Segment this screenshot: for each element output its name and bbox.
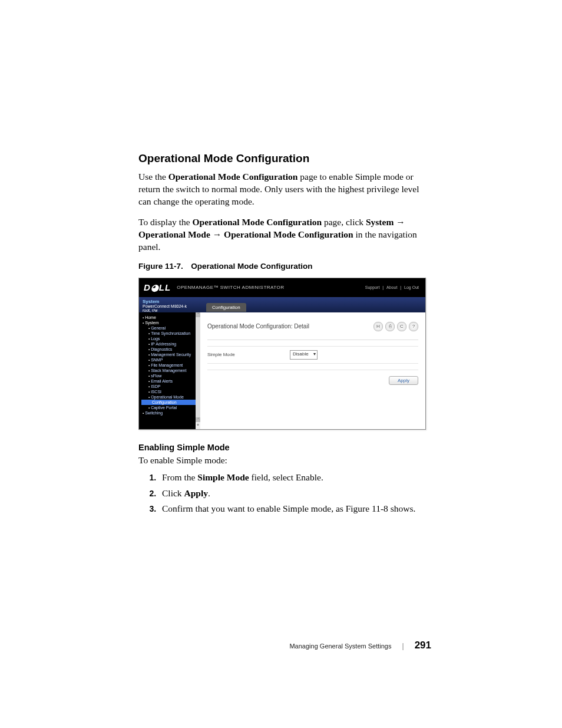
text: To display the	[138, 217, 192, 227]
logout-link[interactable]: Log Out	[404, 285, 419, 289]
figure-screenshot: D◕LL OPENMANAGE™ SWITCH ADMINISTRATOR Su…	[138, 278, 426, 430]
nav-home[interactable]: Home	[141, 315, 200, 320]
step-3: Confirm that you want to enable Simple m…	[158, 501, 430, 516]
page-footer: Managing General System Settings | 291	[289, 640, 431, 651]
simple-mode-label: Simple Mode	[207, 352, 254, 357]
dell-logo: D◕LL	[144, 282, 171, 293]
scroll-horizontal[interactable]: › ‹	[196, 422, 200, 429]
text: Use the	[138, 172, 168, 182]
simple-mode-select[interactable]: Disable	[290, 350, 318, 360]
nav-item[interactable]: SNMP	[141, 357, 200, 363]
nav-item[interactable]: IP Addressing	[141, 341, 200, 347]
print-icon[interactable]: ⎙	[385, 322, 395, 331]
context-bar: System PowerConnect M8024-k root, r/w Co…	[139, 297, 425, 312]
bold-term: Apply	[184, 488, 208, 498]
intro-line: To enable Simple mode:	[138, 454, 430, 467]
nav-item[interactable]: Captive Portal	[141, 405, 200, 410]
nav-item-configuration-selected[interactable]: Configuration	[141, 400, 200, 405]
steps-list: From the Simple Mode field, select Enabl…	[138, 470, 430, 516]
app-header: D◕LL OPENMANAGE™ SWITCH ADMINISTRATOR Su…	[139, 278, 425, 297]
bold-term: Operational Mode Configuration	[168, 172, 298, 182]
header-links: Support | About | Log Out	[363, 285, 421, 289]
nav-scrollbar[interactable]: ˄ ˅ › ‹	[196, 312, 200, 429]
nav-item[interactable]: File Management	[141, 363, 200, 368]
refresh-icon[interactable]: C	[397, 322, 406, 331]
help-icon[interactable]: ?	[409, 322, 418, 331]
nav-item[interactable]: sFlow	[141, 373, 200, 378]
context-system: System	[143, 299, 197, 304]
page-number: 291	[415, 640, 431, 651]
paragraph-2: To display the Operational Mode Configur…	[138, 216, 430, 253]
nav-item[interactable]: Logs	[141, 336, 200, 341]
text: field, select Enable.	[249, 472, 323, 482]
nav-item[interactable]: Diagnostics	[141, 347, 200, 352]
scroll-up-icon[interactable]: ˄	[196, 312, 200, 317]
nav-item[interactable]: Stack Management	[141, 368, 200, 373]
about-link[interactable]: About	[386, 285, 397, 289]
text: From the	[162, 472, 197, 482]
nav-path-system: System	[366, 217, 394, 227]
save-icon[interactable]: H	[373, 322, 383, 331]
nav-item[interactable]: iSCSI	[141, 389, 200, 394]
paragraph-1: Use the Operational Mode Configuration p…	[138, 171, 430, 208]
figure-caption: Figure 11-7. Operational Mode Configurat…	[138, 262, 430, 271]
nav-item[interactable]: Management Security	[141, 352, 200, 357]
nav-path-opmodeconf: Operational Mode Configuration	[224, 229, 353, 239]
nav-tree[interactable]: Home System General Time Synchronization…	[139, 312, 200, 429]
footer-title: Managing General System Settings	[289, 643, 391, 650]
text: Click	[162, 488, 184, 498]
nav-item-opmode[interactable]: Operational Mode	[141, 394, 200, 400]
section-heading: Operational Mode Configuration	[138, 152, 430, 165]
text: .	[208, 488, 210, 498]
nav-item[interactable]: ISDP	[141, 384, 200, 389]
nav-item[interactable]: Switching	[141, 410, 200, 416]
tab-configuration[interactable]: Configuration	[206, 303, 246, 312]
step-2: Click Apply.	[158, 486, 430, 501]
scroll-down-icon[interactable]: ˅	[196, 417, 200, 422]
apply-button[interactable]: Apply	[389, 376, 418, 385]
app-subtitle: OPENMANAGE™ SWITCH ADMINISTRATOR	[177, 285, 284, 290]
support-link[interactable]: Support	[365, 285, 380, 289]
arrow: →	[210, 229, 224, 239]
nav-system[interactable]: System	[141, 320, 200, 325]
nav-item[interactable]: General	[141, 325, 200, 331]
text: page, click	[322, 217, 366, 227]
bold-term: Operational Mode Configuration	[192, 217, 322, 227]
panel-title: Operational Mode Configuration: Detail	[207, 323, 309, 330]
bold-term: Simple Mode	[197, 472, 249, 482]
nav-path-opmode: Operational Mode	[138, 229, 210, 239]
subsection-heading: Enabling Simple Mode	[138, 443, 430, 452]
main-panel: Operational Mode Configuration: Detail H…	[200, 312, 425, 429]
step-1: From the Simple Mode field, select Enabl…	[158, 470, 430, 485]
footer-separator: |	[402, 642, 404, 650]
context-user: root, r/w	[143, 308, 197, 312]
nav-item[interactable]: Time Synchronization	[141, 331, 200, 336]
nav-item[interactable]: Email Alerts	[141, 378, 200, 384]
context-device: PowerConnect M8024-k	[143, 304, 197, 308]
arrow: →	[394, 217, 405, 227]
